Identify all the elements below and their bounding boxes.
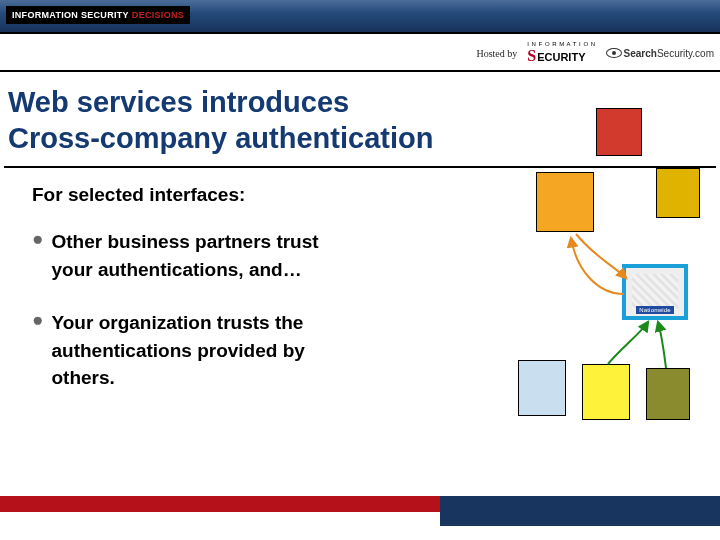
brand-accent: DECISIONS: [132, 10, 184, 20]
divider-top: [0, 70, 720, 72]
logo-small-text: I N F O R M A T I O N: [527, 42, 595, 47]
logo-ss-rest: Security.com: [657, 48, 714, 59]
logo-searchsecurity: SearchSecurity.com: [606, 48, 714, 59]
arrow-orange-in: [571, 238, 624, 294]
arrows-svg: [426, 108, 716, 478]
bullet-text: Other business partners trust: [51, 231, 318, 252]
logo-information-security: I N F O R M A T I O N SECURITY: [527, 42, 595, 65]
hosted-row: Hosted by I N F O R M A T I O N SECURITY…: [476, 40, 714, 66]
bullet-text: authentications provided by: [51, 337, 304, 365]
header-bar: INFORMATION SECURITY DECISIONS: [0, 0, 720, 32]
title-line1: Web services introduces: [8, 84, 433, 120]
bullet-text: others.: [51, 364, 304, 392]
divider: [0, 32, 720, 34]
header: INFORMATION SECURITY DECISIONS Hosted by…: [0, 0, 720, 70]
subtitle: For selected interfaces:: [32, 184, 245, 206]
eye-icon: [606, 48, 622, 58]
bullet-list: ● Other business partners trust your aut…: [32, 228, 412, 418]
title-line2: Cross-company authentication: [8, 120, 433, 156]
trust-diagram: Nationwide: [426, 108, 716, 478]
brand-text: INFORMATION SECURITY: [12, 10, 129, 20]
list-item: ● Your organization trusts the authentic…: [32, 309, 412, 392]
list-item: ● Other business partners trust your aut…: [32, 228, 412, 283]
bullet-icon: ●: [32, 309, 43, 392]
bullet-icon: ●: [32, 228, 43, 283]
brand-logo: INFORMATION SECURITY DECISIONS: [6, 6, 190, 24]
arrow-green-yellow: [608, 322, 648, 364]
bullet-text: your authentications, and…: [51, 256, 318, 284]
logo-ss-bold: Search: [624, 48, 657, 59]
footer-bar-navy: [440, 496, 720, 526]
bullet-text: Your organization trusts the: [51, 312, 303, 333]
slide: INFORMATION SECURITY DECISIONS Hosted by…: [0, 0, 720, 540]
page-title: Web services introduces Cross-company au…: [8, 84, 433, 157]
arrow-green-olive: [658, 322, 666, 368]
hosted-by-label: Hosted by: [476, 48, 517, 59]
footer: [0, 492, 720, 520]
logo-security-text: ECURITY: [537, 51, 585, 63]
